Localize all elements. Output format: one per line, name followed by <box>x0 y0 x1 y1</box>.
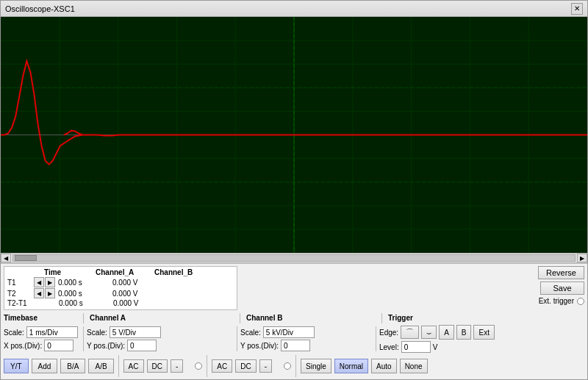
channel-a-label: Channel A <box>90 314 126 322</box>
t2-row: T2 ◀ ▶ 0.000 s 0.000 V <box>7 288 234 298</box>
sep9 <box>295 355 296 377</box>
cha-ypos-input[interactable] <box>127 340 157 351</box>
trigger-b-btn[interactable]: B <box>456 325 472 340</box>
dt-va: 0.000 V <box>113 299 172 307</box>
title-bar: Oscilloscope-XSC1 ✕ <box>1 1 587 17</box>
t2-left-btn[interactable]: ◀ <box>34 288 44 298</box>
chb-ypos-label: Y pos.(Div): <box>240 342 279 350</box>
chb-minus-btn[interactable]: - <box>259 359 272 373</box>
t1-nav[interactable]: ◀ ▶ <box>34 277 55 287</box>
sep2 <box>240 313 240 323</box>
col-chb-header: Channel_B <box>154 268 213 276</box>
t2-label: T2 <box>7 290 31 298</box>
col-cha-header: Channel_A <box>96 268 154 276</box>
t1-va: 0.000 V <box>112 279 171 287</box>
dt-row: T2-T1 0.000 s 0.000 V <box>7 299 234 307</box>
ext-trigger-row: Ext. trigger <box>539 297 584 305</box>
chb-coupling-radio[interactable] <box>284 362 291 370</box>
trigger-level-input[interactable] <box>401 341 431 353</box>
scrollbar-track[interactable] <box>12 254 576 262</box>
chb-scale-input[interactable] <box>263 326 315 338</box>
t1-label: T1 <box>7 279 31 287</box>
single-btn[interactable]: Single <box>301 359 331 373</box>
chb-dc-btn[interactable]: DC <box>235 359 256 373</box>
ext-trigger-radio[interactable] <box>577 298 584 305</box>
save-row: Save <box>540 282 584 295</box>
trigger-edge-row: Edge: ⌒ ⌣ A B Ext <box>379 325 495 340</box>
timebase-xpos-row: X pos.(Div): <box>4 340 80 351</box>
scope-display <box>1 17 587 253</box>
timebase-xpos-label: X pos.(Div): <box>4 342 42 350</box>
window-title: Oscilloscope-XSC1 <box>5 4 75 13</box>
controls-area: Time Channel_A Channel_B T1 ◀ ▶ 0.000 s … <box>1 263 587 379</box>
cha-scale-row: Scale: <box>87 326 234 338</box>
sep7 <box>118 355 119 377</box>
trigger-rising-btn[interactable]: ⌒ <box>401 326 419 339</box>
cha-ypos-row: Y pos.(Div): <box>87 340 234 351</box>
cha-coupling-radio[interactable] <box>195 362 202 370</box>
section-labels-row: Timebase Channel A Channel B Trigger <box>4 313 584 323</box>
close-button[interactable]: ✕ <box>571 3 583 15</box>
t1-time: 0.000 s <box>58 279 110 287</box>
trigger-level-unit: V <box>433 343 438 351</box>
sep3 <box>381 313 382 323</box>
t2-right-btn[interactable]: ▶ <box>45 288 55 298</box>
chb-ac-btn[interactable]: AC <box>212 359 232 373</box>
cha-minus-btn[interactable]: - <box>171 359 183 373</box>
sep5 <box>237 326 237 351</box>
right-buttons: Reverse Save Ext. trigger <box>538 266 584 305</box>
save-button[interactable]: Save <box>540 282 584 295</box>
timebase-scale-row: Scale: <box>4 326 80 338</box>
trigger-section: Edge: ⌒ ⌣ A B Ext Level: V <box>379 325 495 353</box>
t2-va: 0.000 V <box>112 290 171 298</box>
none-btn[interactable]: None <box>400 359 428 373</box>
ab-btn[interactable]: A/B <box>88 359 113 373</box>
timebase-xpos-input[interactable] <box>44 340 74 351</box>
cursor-panel: Time Channel_A Channel_B T1 ◀ ▶ 0.000 s … <box>4 266 237 310</box>
chb-ypos-input[interactable] <box>281 340 310 351</box>
trigger-falling-btn[interactable]: ⌣ <box>421 326 437 339</box>
cha-ypos-label: Y pos.(Div): <box>87 342 125 350</box>
chb-scale-row: Scale: <box>240 326 373 338</box>
timebase-label: Timebase <box>4 314 37 322</box>
normal-btn[interactable]: Normal <box>334 359 368 373</box>
dt-label: T2-T1 <box>7 299 31 307</box>
t1-left-btn[interactable]: ◀ <box>34 277 44 287</box>
scroll-right-btn[interactable]: ▶ <box>577 254 587 262</box>
horizontal-scrollbar[interactable]: ◀ ▶ <box>1 253 587 263</box>
t2-nav[interactable]: ◀ ▶ <box>34 288 55 298</box>
ba-btn[interactable]: B/A <box>60 359 85 373</box>
reverse-button[interactable]: Reverse <box>538 266 584 279</box>
add-btn[interactable]: Add <box>32 359 58 373</box>
scrollbar-thumb[interactable] <box>15 255 37 261</box>
yt-btn[interactable]: Y/T <box>4 359 29 373</box>
bottom-modes-row: Y/T Add B/A A/B AC DC - AC DC - Single N… <box>4 355 584 377</box>
timebase-scale-input[interactable] <box>26 326 78 338</box>
dt-time: 0.000 s <box>59 299 110 307</box>
sep6 <box>376 326 376 351</box>
trigger-level-row: Level: V <box>379 341 495 353</box>
scroll-left-btn[interactable]: ◀ <box>1 254 11 262</box>
trigger-edge-label: Edge: <box>379 329 398 337</box>
trigger-label: Trigger <box>388 314 413 322</box>
trigger-level-label: Level: <box>379 343 399 351</box>
oscilloscope-window: Oscilloscope-XSC1 ✕ <box>0 0 588 380</box>
channel-a-section: Scale: Y pos.(Div): <box>87 326 234 351</box>
scope-svg <box>1 17 587 253</box>
chb-scale-label: Scale: <box>240 329 261 337</box>
t1-row: T1 ◀ ▶ 0.000 s 0.000 V <box>7 277 234 287</box>
reverse-save-row: Reverse <box>538 266 584 279</box>
trigger-a-btn[interactable]: A <box>439 325 454 340</box>
scale-controls-row: Scale: X pos.(Div): Scale: Y pos.(Div): <box>4 325 584 353</box>
timebase-scale-label: Scale: <box>4 329 24 337</box>
t1-right-btn[interactable]: ▶ <box>45 277 55 287</box>
cha-ac-btn[interactable]: AC <box>123 359 144 373</box>
controls-row1: Time Channel_A Channel_B T1 ◀ ▶ 0.000 s … <box>4 266 584 310</box>
trigger-ext-btn[interactable]: Ext <box>473 325 494 340</box>
cha-dc-btn[interactable]: DC <box>147 359 168 373</box>
sep1 <box>83 313 84 323</box>
auto-btn[interactable]: Auto <box>371 359 397 373</box>
cha-scale-input[interactable] <box>110 326 161 338</box>
cha-scale-label: Scale: <box>87 329 107 337</box>
channel-b-label: Channel B <box>246 314 282 322</box>
